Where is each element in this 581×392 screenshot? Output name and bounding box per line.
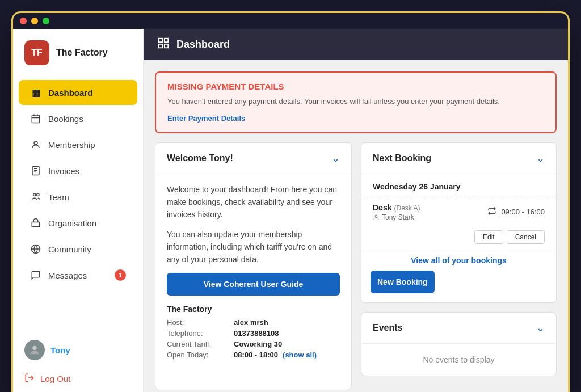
membership-icon: [30, 139, 41, 150]
topbar-title: Dashboard: [176, 39, 230, 50]
enter-payment-link[interactable]: Enter Payment Details: [167, 114, 245, 123]
welcome-chevron-icon[interactable]: ⌄: [331, 152, 340, 165]
svg-rect-15: [159, 39, 162, 42]
recur-icon: [487, 206, 496, 217]
tariff-value: Coworking 30: [234, 340, 282, 348]
sidebar-item-label: Team: [48, 192, 69, 202]
sidebar-item-label: Organisation: [48, 218, 96, 228]
view-all-bookings-link[interactable]: View all of your bookings: [361, 250, 556, 271]
sidebar-item-dashboard[interactable]: ▦ Dashboard: [19, 80, 137, 105]
open-label: Open Today:: [167, 351, 229, 359]
alert-title: MISSING PAYMENT DETAILS: [167, 82, 544, 91]
svg-rect-17: [159, 44, 162, 48]
host-label: Host:: [167, 318, 229, 327]
events-empty-label: No events to display: [423, 355, 494, 364]
invoices-icon: [30, 165, 41, 176]
edit-booking-button[interactable]: Edit: [474, 230, 503, 244]
telephone-row: Telephone: 01373888108: [167, 329, 340, 338]
messages-icon: [30, 269, 41, 281]
logout-icon: [24, 373, 35, 385]
brand-name: The Factory: [56, 48, 108, 58]
events-title: Events: [373, 323, 402, 333]
community-icon: [30, 243, 41, 255]
sidebar-item-label: Bookings: [48, 114, 83, 124]
main-content: Dashboard MISSING PAYMENT DETAILS You ha…: [144, 29, 568, 392]
svg-point-19: [375, 215, 377, 217]
booking-time: 09:00 - 16:00: [501, 208, 545, 216]
logout-label: Log Out: [40, 374, 70, 383]
svg-rect-0: [32, 115, 40, 123]
sidebar-item-label: Membership: [48, 140, 95, 150]
sidebar-bottom: Tony Log Out: [13, 333, 143, 390]
titlebar: [13, 13, 568, 29]
booking-detail-right: 09:00 - 16:00: [487, 206, 545, 217]
events-chevron-icon[interactable]: ⌄: [536, 322, 545, 334]
host-value: alex mrsh: [234, 318, 268, 327]
minimize-dot[interactable]: [31, 18, 38, 24]
welcome-card: Welcome Tony! ⌄ Welcome to your dashboar…: [155, 142, 352, 391]
brand: TF The Factory: [13, 40, 143, 79]
booking-actions: Edit Cancel: [361, 230, 556, 250]
cancel-booking-button[interactable]: Cancel: [507, 230, 545, 244]
team-icon: [30, 191, 41, 203]
sidebar-item-label: Community: [48, 245, 91, 254]
booking-date: Wednesday 26 January: [361, 174, 556, 197]
user-icon: [373, 214, 380, 221]
coherent-guide-button[interactable]: View Coherent User Guide: [167, 273, 340, 296]
logout-button[interactable]: Log Out: [19, 367, 137, 390]
events-card-header: Events ⌄: [361, 313, 556, 344]
desk-name: Desk: [373, 203, 391, 212]
svg-point-13: [32, 346, 36, 350]
host-row: Host: alex mrsh: [167, 318, 340, 327]
welcome-text-1: Welcome to your dashboard! From here you…: [167, 183, 340, 221]
user-profile[interactable]: Tony: [19, 333, 137, 367]
factory-info: The Factory Host: alex mrsh Telephone: 0…: [167, 305, 340, 359]
payment-alert: MISSING PAYMENT DETAILS You haven't ente…: [155, 71, 557, 133]
next-booking-chevron-icon[interactable]: ⌄: [536, 152, 545, 165]
open-row: Open Today: 08:00 - 18:00 (show all): [167, 351, 340, 359]
svg-point-10: [37, 193, 40, 196]
telephone-label: Telephone:: [167, 329, 229, 338]
next-booking-title: Next Booking: [373, 153, 431, 163]
desk-sub: (Desk A): [394, 204, 420, 212]
tariff-row: Current Tariff: Coworking 30: [167, 340, 340, 348]
sidebar-item-label: Dashboard: [48, 88, 92, 98]
brand-initials: TF: [31, 48, 43, 58]
open-value: 08:00 - 18:00: [234, 351, 278, 359]
dashboard-icon: ▦: [30, 87, 41, 98]
booking-desk-info: Desk (Desk A) Tony Stark: [373, 203, 420, 221]
welcome-card-header: Welcome Tony! ⌄: [155, 143, 351, 174]
new-booking-button[interactable]: New Booking: [371, 271, 435, 293]
welcome-card-body: Welcome to your dashboard! From here you…: [155, 174, 351, 370]
svg-point-9: [33, 193, 36, 196]
dashboard-topbar-icon: [157, 37, 170, 52]
sidebar-item-messages[interactable]: Messages 1: [19, 263, 137, 288]
telephone-value: 01373888108: [234, 329, 279, 338]
next-booking-header: Next Booking ⌄: [361, 143, 556, 174]
sidebar-item-community[interactable]: Community: [19, 237, 137, 262]
svg-rect-18: [165, 44, 168, 48]
alert-body: You haven't entered any payment details.…: [167, 96, 544, 107]
booking-user-name: Tony Stark: [382, 213, 414, 221]
events-card: Events ⌄ No events to display: [361, 312, 557, 376]
sidebar-item-invoices[interactable]: Invoices: [19, 158, 137, 183]
next-booking-card: Next Booking ⌄ Wednesday 26 January Desk…: [361, 142, 557, 303]
maximize-dot[interactable]: [43, 18, 49, 24]
welcome-card-title: Welcome Tony!: [167, 153, 233, 163]
sidebar-item-team[interactable]: Team: [19, 184, 137, 209]
close-dot[interactable]: [20, 18, 27, 24]
booking-user: Tony Stark: [373, 213, 420, 221]
messages-badge: 1: [115, 269, 126, 281]
brand-logo: TF: [24, 40, 49, 65]
show-all-link[interactable]: (show all): [283, 351, 317, 359]
bookings-icon: [30, 113, 41, 124]
user-name: Tony: [50, 345, 70, 355]
cards-row: Welcome Tony! ⌄ Welcome to your dashboar…: [155, 142, 557, 391]
sidebar-item-organisation[interactable]: Organisation: [19, 210, 137, 235]
app-window: TF The Factory ▦ Dashboard Bookings: [11, 11, 570, 392]
svg-rect-16: [165, 39, 168, 42]
sidebar-item-bookings[interactable]: Bookings: [19, 106, 137, 131]
content-area: MISSING PAYMENT DETAILS You haven't ente…: [144, 60, 568, 392]
sidebar-item-membership[interactable]: Membership: [19, 132, 137, 157]
svg-point-4: [34, 141, 37, 145]
